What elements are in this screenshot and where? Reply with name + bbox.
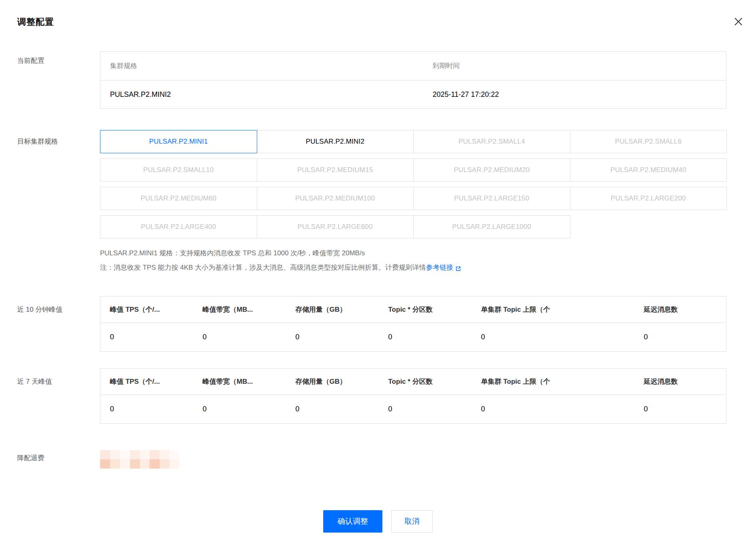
- peak-10min-bandwidth: 0: [193, 323, 286, 352]
- peak-7day-label: 近 7 天峰值: [17, 368, 100, 387]
- current-config-col-expire: 到期时间: [423, 52, 726, 80]
- spec-option-medium20: PULSAR.P2.MEDIUM20: [413, 158, 570, 182]
- peak-10min-delayed: 0: [634, 323, 726, 352]
- dialog-header: 调整配置: [17, 16, 756, 28]
- column-header-tps: 峰值 TPS（个/...: [100, 369, 193, 395]
- external-link-icon: [455, 265, 462, 272]
- reference-link-label: 参考链接: [426, 262, 453, 273]
- spec-option-medium40: PULSAR.P2.MEDIUM40: [570, 158, 727, 182]
- billing-note: 注：消息收发 TPS 能力按 4KB 大小为基准计算，涉及大消息、高级消息类型按…: [100, 262, 726, 273]
- column-header-storage: 存储用量（GB）: [286, 369, 379, 395]
- spec-option-large200: PULSAR.P2.LARGE200: [570, 187, 727, 210]
- spec-option-small6: PULSAR.P2.SMALL6: [570, 130, 727, 153]
- peak-10min-partitions: 0: [379, 323, 472, 352]
- current-config-label: 当前配置: [17, 51, 100, 66]
- peak-10min-storage: 0: [286, 323, 379, 352]
- peak-10min-tps: 0: [100, 323, 193, 352]
- current-config-col-spec: 集群规格: [100, 52, 423, 80]
- current-config-table: 集群规格 到期时间 PULSAR.P2.MINI2 2025-11-27 17:…: [100, 51, 726, 109]
- peak-7day-partitions: 0: [379, 395, 472, 424]
- billing-note-text: 注：消息收发 TPS 能力按 4KB 大小为基准计算，涉及大消息、高级消息类型按…: [100, 264, 426, 271]
- peak-7day-section: 近 7 天峰值 峰值 TPS（个/... 峰值带宽（MB... 存储用量（GB）…: [17, 368, 756, 424]
- confirm-button[interactable]: 确认调整: [323, 510, 382, 533]
- peak-7day-storage: 0: [286, 395, 379, 424]
- spec-option-mini2[interactable]: PULSAR.P2.MINI2: [257, 130, 414, 153]
- current-config-section: 当前配置 集群规格 到期时间 PULSAR.P2.MINI2 2025-11-2…: [17, 51, 756, 109]
- dialog-footer: 确认调整 取消: [0, 510, 756, 533]
- column-header-topic-limit: 单集群 Topic 上限（个: [472, 297, 634, 323]
- column-header-partitions: Topic * 分区数: [379, 297, 472, 323]
- table-row: 0 0 0 0 0 0: [100, 323, 726, 352]
- spec-option-large400: PULSAR.P2.LARGE400: [100, 215, 257, 238]
- peak-10min-label: 近 10 分钟峰值: [17, 296, 100, 315]
- close-icon[interactable]: [731, 14, 746, 29]
- peak-10min-section: 近 10 分钟峰值 峰值 TPS（个/... 峰值带宽（MB... 存储用量（G…: [17, 296, 756, 352]
- column-header-storage: 存储用量（GB）: [286, 297, 379, 323]
- cancel-button[interactable]: 取消: [391, 510, 433, 533]
- peak-7day-delayed: 0: [634, 395, 726, 424]
- peak-7day-topic-limit: 0: [472, 395, 634, 424]
- spec-description: PULSAR.P2.MINI1 规格：支持规格内消息收发 TPS 总和 1000…: [100, 248, 726, 258]
- peak-7day-table: 峰值 TPS（个/... 峰值带宽（MB... 存储用量（GB） Topic *…: [100, 368, 726, 424]
- column-header-delayed: 延迟消息数: [634, 297, 726, 323]
- refund-section: 降配退费: [17, 450, 756, 469]
- table-row: 0 0 0 0 0 0: [100, 395, 726, 424]
- spec-option-small4: PULSAR.P2.SMALL4: [413, 130, 570, 153]
- reference-link[interactable]: 参考链接: [426, 262, 462, 273]
- spec-option-medium15: PULSAR.P2.MEDIUM15: [257, 158, 414, 182]
- spec-option-medium100: PULSAR.P2.MEDIUM100: [257, 187, 414, 210]
- adjust-config-dialog: 调整配置 当前配置 集群规格 到期时间 PULSAR.P2.MINI2: [0, 0, 756, 549]
- current-spec-value: PULSAR.P2.MINI2: [100, 80, 423, 109]
- column-header-topic-limit: 单集群 Topic 上限（个: [472, 369, 634, 395]
- column-header-bandwidth: 峰值带宽（MB...: [193, 297, 286, 323]
- spec-option-mini1[interactable]: PULSAR.P2.MINI1: [100, 130, 257, 153]
- peak-10min-topic-limit: 0: [472, 323, 634, 352]
- peak-7day-tps: 0: [100, 395, 193, 424]
- page-title: 调整配置: [17, 16, 756, 28]
- spec-option-large150: PULSAR.P2.LARGE150: [413, 187, 570, 210]
- column-header-bandwidth: 峰值带宽（MB...: [193, 369, 286, 395]
- spec-option-large1000: PULSAR.P2.LARGE1000: [413, 215, 570, 238]
- table-row: PULSAR.P2.MINI2 2025-11-27 17:20:22: [100, 80, 726, 109]
- refund-label: 降配退费: [17, 450, 100, 463]
- target-spec-section: 目标集群规格 PULSAR.P2.MINI1 PULSAR.P2.MINI2 P…: [17, 130, 756, 273]
- spec-option-large600: PULSAR.P2.LARGE600: [257, 215, 414, 238]
- expire-time-value: 2025-11-27 17:20:22: [423, 80, 726, 109]
- column-header-tps: 峰值 TPS（个/...: [100, 297, 193, 323]
- spec-option-small10: PULSAR.P2.SMALL10: [100, 158, 257, 182]
- redacted-refund-amount: [100, 450, 179, 469]
- peak-10min-table: 峰值 TPS（个/... 峰值带宽（MB... 存储用量（GB） Topic *…: [100, 296, 726, 352]
- target-spec-label: 目标集群规格: [17, 130, 100, 146]
- column-header-partitions: Topic * 分区数: [379, 369, 472, 395]
- column-header-delayed: 延迟消息数: [634, 369, 726, 395]
- spec-option-grid: PULSAR.P2.MINI1 PULSAR.P2.MINI2 PULSAR.P…: [100, 130, 726, 238]
- peak-7day-bandwidth: 0: [193, 395, 286, 424]
- spec-option-medium60: PULSAR.P2.MEDIUM60: [100, 187, 257, 210]
